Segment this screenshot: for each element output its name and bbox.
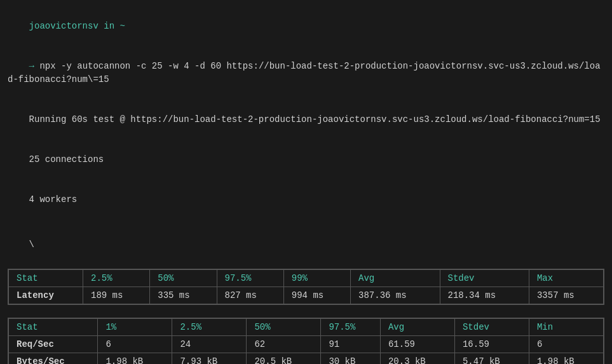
latency-col-max: Max	[529, 270, 603, 287]
reqsec-stdev: 16.59	[454, 336, 529, 353]
running-text: Running 60s test @ https://bun-load-test…	[29, 114, 601, 125]
reqsec-col-stat: Stat	[9, 319, 98, 336]
bytessec-min: 1.98 kB	[529, 353, 603, 365]
latency-99: 994 ms	[283, 287, 350, 304]
connections-text: 25 connections	[29, 154, 104, 165]
reqsec-col-97-5: 97.5%	[321, 319, 381, 336]
latency-col-2-5: 2.5%	[83, 270, 149, 287]
bytessec-avg: 20.3 kB	[380, 353, 454, 365]
bytessec-2-5: 7.93 kB	[172, 353, 247, 365]
reqsec-min: 6	[529, 336, 603, 353]
command-line: → npx -y autocannon -c 25 -w 4 -d 60 htt…	[8, 46, 604, 100]
bytessec-stdev: 5.47 kB	[454, 353, 529, 365]
terminal-output: joaovictornsv in ~ → npx -y autocannon -…	[8, 6, 604, 364]
connections-line: 25 connections	[8, 140, 604, 180]
bytessec-50: 20.5 kB	[247, 353, 321, 365]
reqsec-col-avg: Avg	[380, 319, 454, 336]
reqsec-col-1: 1%	[98, 319, 172, 336]
latency-stdev: 218.34 ms	[440, 287, 529, 304]
latency-50: 335 ms	[150, 287, 217, 304]
bytessec-label: Bytes/Sec	[9, 353, 98, 365]
latency-data-row: Latency 189 ms 335 ms 827 ms 994 ms 387.…	[9, 287, 604, 304]
command-text: npx -y autocannon -c 25 -w 4 -d 60 https…	[8, 61, 601, 84]
latency-label: Latency	[9, 287, 83, 304]
latency-col-50: 50%	[150, 270, 217, 287]
latency-col-stat: Stat	[9, 270, 83, 287]
reqsec-col-50: 50%	[247, 319, 321, 336]
latency-table-container: Stat 2.5% 50% 97.5% 99% Avg Stdev Max La…	[8, 269, 604, 305]
bytessec-97-5: 30 kB	[321, 353, 381, 365]
reqsec-97-5: 91	[321, 336, 381, 353]
progress-char: \	[29, 239, 34, 250]
reqsec-label: Req/Sec	[9, 336, 98, 353]
reqsec-data-row: Req/Sec 6 24 62 91 61.59 16.59 6	[9, 336, 604, 353]
latency-max: 3357 ms	[529, 287, 603, 304]
latency-header-row: Stat 2.5% 50% 97.5% 99% Avg Stdev Max	[9, 270, 604, 287]
reqsec-table: Stat 1% 2.5% 50% 97.5% Avg Stdev Min Req…	[8, 318, 604, 364]
latency-col-avg: Avg	[351, 270, 440, 287]
latency-2-5: 189 ms	[83, 287, 149, 304]
reqsec-2-5: 24	[172, 336, 247, 353]
reqsec-avg: 61.59	[380, 336, 454, 353]
latency-table: Stat 2.5% 50% 97.5% 99% Avg Stdev Max La…	[8, 269, 604, 304]
bytessec-1: 1.98 kB	[98, 353, 172, 365]
latency-97-5: 827 ms	[217, 287, 283, 304]
workers-line: 4 workers	[8, 180, 604, 220]
latency-col-97-5: 97.5%	[217, 270, 283, 287]
reqsec-col-min: Min	[529, 319, 603, 336]
prompt-arrow: →	[29, 61, 40, 71]
username-line: joaovictornsv in ~	[8, 6, 604, 46]
reqsec-header-row: Stat 1% 2.5% 50% 97.5% Avg Stdev Min	[9, 319, 604, 336]
reqsec-col-2-5: 2.5%	[172, 319, 247, 336]
reqsec-50: 62	[247, 336, 321, 353]
reqsec-1: 6	[98, 336, 172, 353]
reqsec-table-container: Stat 1% 2.5% 50% 97.5% Avg Stdev Min Req…	[8, 318, 604, 364]
reqsec-col-stdev: Stdev	[454, 319, 529, 336]
latency-col-stdev: Stdev	[440, 270, 529, 287]
workers-text: 4 workers	[29, 194, 78, 205]
running-line: Running 60s test @ https://bun-load-test…	[8, 100, 604, 140]
latency-avg: 387.36 ms	[351, 287, 440, 304]
username-text: joaovictornsv in ~	[29, 21, 125, 31]
bytessec-data-row: Bytes/Sec 1.98 kB 7.93 kB 20.5 kB 30 kB …	[9, 353, 604, 365]
latency-col-99: 99%	[283, 270, 350, 287]
progress-line: \	[8, 225, 604, 265]
